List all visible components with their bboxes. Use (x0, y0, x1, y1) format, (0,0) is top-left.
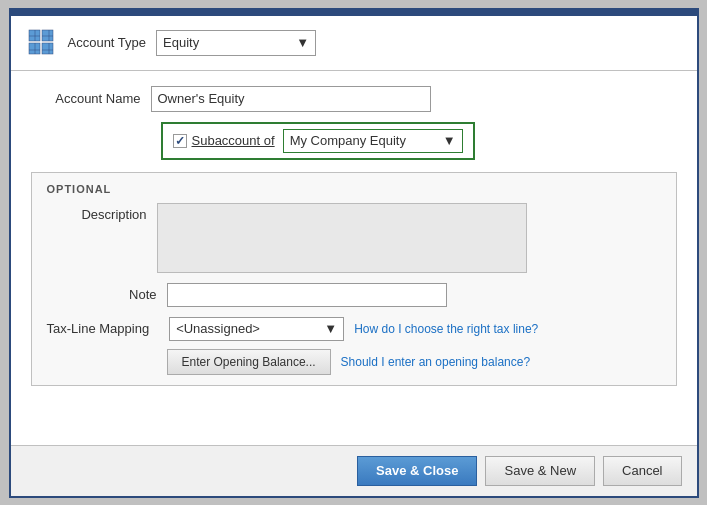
footer: Save & Close Save & New Cancel (11, 445, 697, 496)
subaccount-label[interactable]: Subaccount of (192, 133, 275, 148)
svg-rect-2 (29, 43, 40, 54)
main-content: Account Name ✓ Subaccount of My Company … (11, 71, 697, 445)
grid-icon (26, 27, 58, 59)
account-name-label: Account Name (31, 91, 151, 106)
dropdown-arrow-icon: ▼ (296, 35, 309, 50)
account-type-value: Equity (163, 35, 199, 50)
save-close-button[interactable]: Save & Close (357, 456, 477, 486)
description-row: Description (47, 203, 661, 273)
taxline-dropdown[interactable]: <Unassigned> ▼ (169, 317, 344, 341)
taxline-value: <Unassigned> (176, 321, 260, 336)
save-new-button[interactable]: Save & New (485, 456, 595, 486)
account-name-input[interactable] (151, 86, 431, 112)
svg-rect-3 (42, 43, 53, 54)
taxline-row: Tax-Line Mapping <Unassigned> ▼ How do I… (47, 317, 661, 341)
opening-balance-help-link[interactable]: Should I enter an opening balance? (341, 355, 531, 369)
checkmark-icon: ✓ (175, 134, 185, 148)
subaccount-value: My Company Equity (290, 133, 406, 148)
account-type-label: Account Type (68, 35, 147, 50)
optional-section: OPTIONAL Description Note Tax-Line Mappi… (31, 172, 677, 386)
note-label: Note (47, 287, 167, 302)
subaccount-dropdown-arrow-icon: ▼ (443, 133, 456, 148)
description-label: Description (47, 203, 157, 222)
subaccount-checkbox[interactable]: ✓ (173, 134, 187, 148)
subaccount-row: ✓ Subaccount of My Company Equity ▼ (161, 122, 475, 160)
optional-label: OPTIONAL (47, 183, 661, 195)
top-section: Account Type Equity ▼ (11, 16, 697, 71)
note-row: Note (47, 283, 661, 307)
tax-line-help-link[interactable]: How do I choose the right tax line? (354, 322, 538, 336)
account-type-dropdown[interactable]: Equity ▼ (156, 30, 316, 56)
note-input[interactable] (167, 283, 447, 307)
opening-balance-row: Enter Opening Balance... Should I enter … (167, 349, 661, 375)
svg-rect-0 (29, 30, 40, 41)
description-textarea[interactable] (157, 203, 527, 273)
cancel-button[interactable]: Cancel (603, 456, 681, 486)
taxline-dropdown-arrow-icon: ▼ (324, 321, 337, 336)
account-name-row: Account Name (31, 86, 677, 112)
svg-rect-1 (42, 30, 53, 41)
opening-balance-button[interactable]: Enter Opening Balance... (167, 349, 331, 375)
subaccount-dropdown[interactable]: My Company Equity ▼ (283, 129, 463, 153)
taxline-label: Tax-Line Mapping (47, 321, 160, 336)
account-dialog: Account Type Equity ▼ Account Name ✓ Sub… (9, 8, 699, 498)
